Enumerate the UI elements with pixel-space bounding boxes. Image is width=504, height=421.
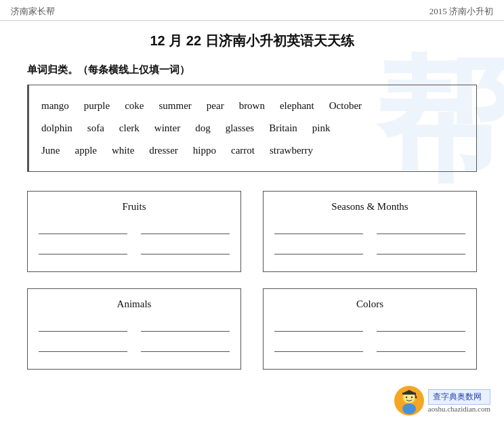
word-item: coke: [125, 95, 144, 117]
blank-line[interactable]: [377, 340, 465, 352]
word-box: mangopurplecokesummerpearbrownelephantOc…: [27, 85, 477, 172]
word-item: carrot: [231, 139, 255, 162]
page-title: 12 月 22 日济南小升初英语天天练: [27, 32, 477, 50]
word-item: dresser: [149, 139, 177, 162]
svg-point-7: [411, 397, 413, 398]
word-item: brown: [239, 95, 265, 117]
word-item: apple: [75, 139, 97, 162]
word-item: pink: [312, 117, 331, 139]
word-item: clerk: [119, 117, 140, 139]
main-content: 12 月 22 日济南小升初英语天天练 单词归类。（每条横线上仅填一词） man…: [0, 21, 504, 380]
word-item: sofa: [87, 117, 104, 139]
svg-point-5: [415, 397, 417, 399]
category-title-seasons-months: Seasons & Months: [274, 201, 465, 213]
header-left: 济南家长帮: [11, 5, 55, 18]
category-title-animals: Animals: [39, 298, 230, 310]
logo-url: aoshu.chazidian.com: [428, 405, 490, 413]
logo-avatar: [394, 386, 424, 416]
svg-point-6: [406, 397, 407, 398]
category-box-animals: Animals: [27, 288, 241, 370]
svg-point-8: [402, 403, 416, 414]
word-item: Britain: [269, 117, 297, 139]
word-item: white: [112, 139, 134, 162]
word-item: glasses: [226, 117, 255, 139]
blank-line[interactable]: [141, 319, 230, 332]
word-item: hippo: [193, 139, 216, 162]
header-right: 2015 济南小升初: [429, 5, 493, 18]
word-item: October: [329, 95, 362, 117]
svg-rect-2: [402, 393, 416, 395]
category-box-seasons-months: Seasons & Months: [263, 191, 477, 272]
blank-line[interactable]: [377, 222, 465, 234]
category-title-fruits: Fruits: [39, 201, 230, 213]
word-item: purple: [84, 95, 110, 117]
svg-marker-3: [404, 390, 415, 393]
blank-line[interactable]: [377, 242, 465, 254]
word-item: summer: [159, 95, 191, 117]
word-item: winter: [154, 117, 180, 139]
word-item: elephant: [280, 95, 314, 117]
section-label: 单词归类。（每条横线上仅填一词）: [27, 64, 477, 76]
word-item: mango: [41, 95, 69, 117]
category-grid: FruitsSeasons & MonthsAnimalsColors: [27, 191, 477, 370]
blank-line[interactable]: [274, 340, 363, 352]
blank-line[interactable]: [39, 222, 127, 234]
blank-line[interactable]: [377, 319, 465, 332]
blank-line[interactable]: [39, 340, 127, 352]
category-title-colors: Colors: [274, 298, 465, 310]
category-box-colors: Colors: [263, 288, 477, 370]
category-box-fruits: Fruits: [27, 191, 241, 272]
blank-line[interactable]: [274, 242, 363, 254]
blank-line[interactable]: [141, 340, 230, 352]
word-item: pear: [207, 95, 224, 117]
bottom-logo: 查字典奥数网 aoshu.chazidian.com: [394, 386, 490, 416]
blank-line[interactable]: [274, 319, 363, 332]
word-item: dog: [195, 117, 211, 139]
blank-line[interactable]: [141, 222, 230, 234]
word-item: dolphin: [41, 117, 72, 139]
word-item: June: [41, 139, 60, 162]
page-header: 济南家长帮 2015 济南小升初: [0, 0, 504, 21]
word-item: strawberry: [270, 139, 313, 162]
blank-line[interactable]: [274, 222, 363, 234]
blank-line[interactable]: [141, 242, 230, 254]
blank-line[interactable]: [39, 242, 127, 254]
logo-site-name: 查字典奥数网: [428, 389, 490, 405]
blank-line[interactable]: [39, 319, 127, 332]
